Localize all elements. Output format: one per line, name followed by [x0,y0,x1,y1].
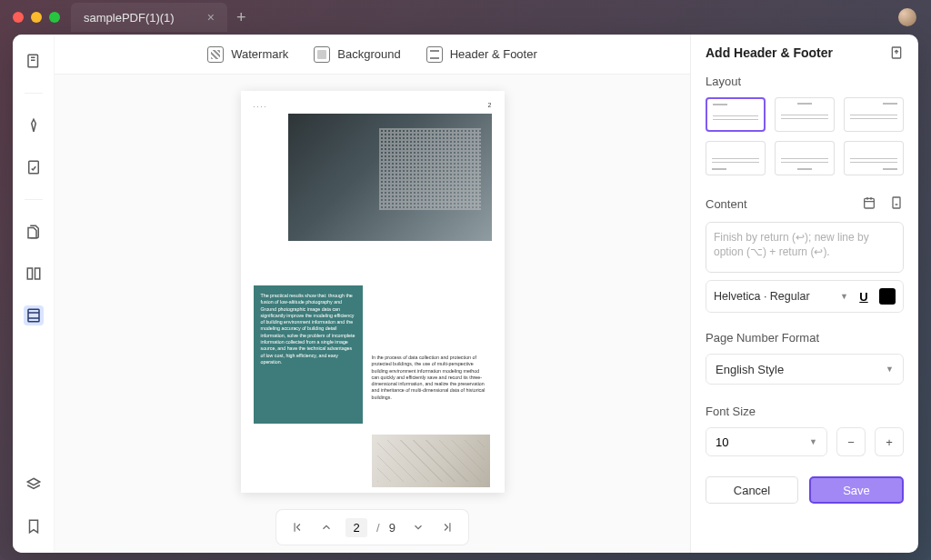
document-page[interactable]: .... 2 The practical results show that: … [241,91,505,493]
font-size-select[interactable]: 10 ▼ [706,427,827,456]
nav-last-page-button[interactable] [437,517,457,537]
page-callout-teal: The practical results show that: through… [254,285,363,424]
svg-rect-4 [28,309,39,322]
page-image-bottom [372,435,490,487]
content-textarea[interactable]: Finish by return (↩); new line by option… [706,222,904,273]
layout-option-bottom-left[interactable] [706,141,766,175]
rail-bookmark-icon[interactable] [24,516,44,536]
toolbar-background-label: Background [337,47,400,61]
font-size-label: Font Size [706,405,904,418]
rail-pages-icon[interactable] [24,222,44,242]
font-select-label: Helvetica · Regular [714,290,810,303]
nav-total-pages: 9 [389,521,399,535]
tab-title: samplePDF(1)(1) [84,11,175,25]
nav-next-page-button[interactable] [408,517,428,537]
svg-rect-1 [28,161,38,174]
page-image-top [288,114,492,241]
page-navigator: / 9 [275,509,469,545]
page-running-header: .... 2 [254,102,492,108]
page-number-format-select[interactable]: English Style ▼ [706,354,904,385]
toolbar-header-footer-label: Header & Footer [450,47,537,61]
tab-document[interactable]: samplePDF(1)(1) × [71,3,227,32]
watermark-icon [207,46,224,63]
toolbar-background[interactable]: Background [314,46,400,63]
page-header-dots: .... [254,102,268,108]
nav-first-page-button[interactable] [287,517,307,537]
insert-date-icon[interactable] [862,195,876,213]
insert-page-number-icon[interactable] [889,195,904,213]
svg-rect-7 [893,197,900,208]
header-footer-icon [426,46,443,63]
nav-separator: / [376,521,380,535]
left-rail [13,35,55,553]
panel-title: Add Header & Footer [706,45,833,60]
svg-rect-3 [35,268,39,279]
page-number-format-value: English Style [716,363,784,376]
avatar[interactable] [898,8,916,26]
svg-rect-6 [865,198,875,208]
page-header-number: 2 [488,102,492,108]
font-size-decrease-button[interactable]: − [836,427,866,456]
underline-toggle[interactable]: U [856,290,872,304]
nav-prev-page-button[interactable] [316,517,336,537]
layout-option-top-left[interactable] [706,97,766,132]
title-bar: samplePDF(1)(1) × + [0,0,931,35]
font-color-swatch[interactable] [879,288,896,305]
chevron-down-icon: ▼ [886,365,894,374]
rail-layers-icon[interactable] [24,475,44,495]
content-section-label: Content [706,197,747,211]
canvas-area[interactable]: .... 2 The practical results show that: … [55,75,690,553]
layout-section-label: Layout [706,75,904,88]
layout-options [706,97,904,175]
chevron-down-icon: ▼ [840,292,848,301]
svg-rect-2 [27,268,32,279]
window-close-button[interactable] [13,12,24,23]
rail-organize-icon[interactable] [24,264,44,284]
background-icon [314,46,330,63]
rail-thumbnails-icon[interactable] [24,51,44,71]
top-toolbar: Watermark Background Header & Footer [55,35,690,75]
rail-highlight-icon[interactable] [24,115,44,135]
toolbar-watermark-label: Watermark [231,47,288,61]
page-paragraph: In the process of data collection and pr… [372,355,488,401]
font-select[interactable]: Helvetica · Regular ▼ [714,290,848,303]
cancel-button[interactable]: Cancel [706,476,798,504]
layout-option-top-right[interactable] [844,97,904,132]
nav-page-input[interactable] [345,518,367,537]
layout-option-top-center[interactable] [775,97,835,132]
tab-close-icon[interactable]: × [207,10,215,25]
font-size-value: 10 [716,435,728,449]
chevron-down-icon: ▼ [809,437,817,446]
layout-option-bottom-right[interactable] [844,141,904,175]
export-icon[interactable] [889,45,904,60]
save-button[interactable]: Save [809,476,904,504]
page-number-format-label: Page Number Format [706,331,904,345]
rail-edit-icon[interactable] [24,157,44,177]
layout-option-bottom-center[interactable] [775,141,835,175]
toolbar-watermark[interactable]: Watermark [207,46,288,63]
toolbar-header-footer[interactable]: Header & Footer [426,46,537,63]
right-panel: Add Header & Footer Layout Content [691,35,918,553]
new-tab-button[interactable]: + [236,8,246,27]
rail-header-footer-icon[interactable] [24,305,44,325]
window-zoom-button[interactable] [49,12,60,23]
font-size-increase-button[interactable]: + [875,427,904,456]
window-minimize-button[interactable] [31,12,42,23]
